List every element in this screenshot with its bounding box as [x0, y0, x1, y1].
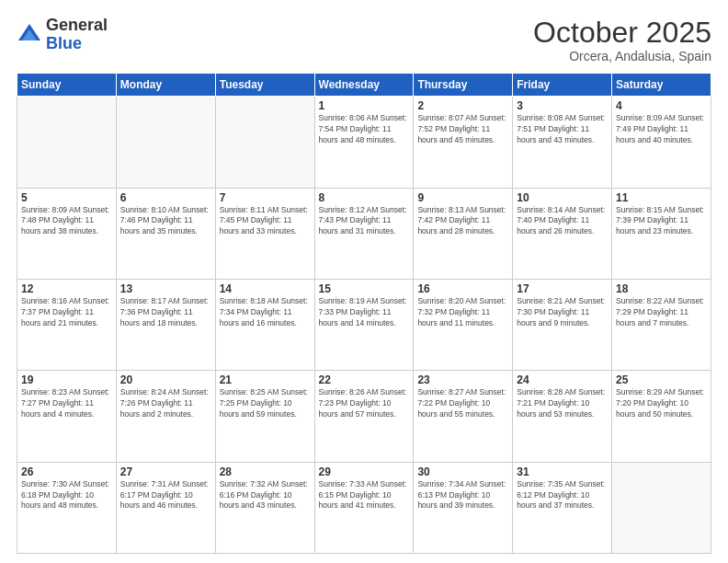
day-info: Sunrise: 8:09 AM Sunset: 7:48 PM Dayligh… — [21, 205, 112, 238]
weekday-header: Sunday — [17, 74, 117, 97]
calendar-cell: 21Sunrise: 8:25 AM Sunset: 7:25 PM Dayli… — [215, 371, 314, 462]
calendar-cell: 28Sunrise: 7:32 AM Sunset: 6:16 PM Dayli… — [215, 462, 314, 553]
calendar-cell — [116, 97, 215, 188]
day-info: Sunrise: 7:33 AM Sunset: 6:15 PM Dayligh… — [319, 479, 410, 512]
day-info: Sunrise: 8:08 AM Sunset: 7:51 PM Dayligh… — [517, 113, 608, 146]
logo-general: General — [46, 17, 108, 35]
day-number: 16 — [417, 282, 508, 295]
day-number: 29 — [319, 465, 410, 478]
day-number: 18 — [616, 282, 707, 295]
calendar-cell: 12Sunrise: 8:16 AM Sunset: 7:37 PM Dayli… — [17, 279, 117, 370]
calendar-cell: 22Sunrise: 8:26 AM Sunset: 7:23 PM Dayli… — [314, 371, 414, 462]
calendar-cell: 19Sunrise: 8:23 AM Sunset: 7:27 PM Dayli… — [17, 371, 117, 462]
calendar-cell: 4Sunrise: 8:09 AM Sunset: 7:49 PM Daylig… — [612, 97, 711, 188]
calendar-week-row: 19Sunrise: 8:23 AM Sunset: 7:27 PM Dayli… — [17, 371, 711, 462]
weekday-header-row: SundayMondayTuesdayWednesdayThursdayFrid… — [17, 74, 711, 97]
day-number: 5 — [21, 191, 112, 204]
calendar-cell: 14Sunrise: 8:18 AM Sunset: 7:34 PM Dayli… — [215, 279, 314, 370]
calendar-cell: 2Sunrise: 8:07 AM Sunset: 7:52 PM Daylig… — [414, 97, 513, 188]
day-info: Sunrise: 7:34 AM Sunset: 6:13 PM Dayligh… — [417, 479, 508, 512]
day-info: Sunrise: 8:21 AM Sunset: 7:30 PM Dayligh… — [517, 296, 608, 329]
day-number: 3 — [517, 99, 608, 112]
day-info: Sunrise: 8:15 AM Sunset: 7:39 PM Dayligh… — [616, 205, 707, 238]
calendar-week-row: 5Sunrise: 8:09 AM Sunset: 7:48 PM Daylig… — [17, 188, 711, 279]
weekday-header: Saturday — [612, 74, 711, 97]
day-info: Sunrise: 8:27 AM Sunset: 7:22 PM Dayligh… — [417, 387, 508, 420]
calendar-cell: 1Sunrise: 8:06 AM Sunset: 7:54 PM Daylig… — [314, 97, 414, 188]
day-number: 23 — [417, 373, 508, 386]
calendar-cell: 27Sunrise: 7:31 AM Sunset: 6:17 PM Dayli… — [116, 462, 215, 553]
day-number: 28 — [220, 465, 311, 478]
day-info: Sunrise: 8:23 AM Sunset: 7:27 PM Dayligh… — [21, 387, 112, 420]
day-number: 10 — [517, 191, 608, 204]
day-number: 12 — [21, 282, 112, 295]
day-number: 21 — [220, 373, 311, 386]
day-info: Sunrise: 7:32 AM Sunset: 6:16 PM Dayligh… — [220, 479, 311, 512]
calendar-table: SundayMondayTuesdayWednesdayThursdayFrid… — [17, 73, 711, 554]
day-number: 9 — [417, 191, 508, 204]
calendar-cell: 5Sunrise: 8:09 AM Sunset: 7:48 PM Daylig… — [17, 188, 117, 279]
title-block: October 2025 Orcera, Andalusia, Spain — [533, 17, 711, 63]
logo-icon — [17, 22, 42, 48]
calendar-cell: 31Sunrise: 7:35 AM Sunset: 6:12 PM Dayli… — [513, 462, 612, 553]
day-info: Sunrise: 7:35 AM Sunset: 6:12 PM Dayligh… — [517, 479, 608, 512]
day-info: Sunrise: 8:10 AM Sunset: 7:46 PM Dayligh… — [120, 205, 211, 238]
day-info: Sunrise: 8:11 AM Sunset: 7:45 PM Dayligh… — [220, 205, 311, 238]
calendar-cell: 26Sunrise: 7:30 AM Sunset: 6:18 PM Dayli… — [17, 462, 117, 553]
day-number: 31 — [517, 465, 608, 478]
calendar-cell — [17, 97, 117, 188]
day-number: 1 — [319, 99, 410, 112]
day-number: 26 — [21, 465, 112, 478]
day-info: Sunrise: 8:26 AM Sunset: 7:23 PM Dayligh… — [319, 387, 410, 420]
header: General Blue October 2025 Orcera, Andalu… — [17, 17, 711, 63]
day-number: 14 — [220, 282, 311, 295]
logo-text: General Blue — [46, 17, 108, 53]
day-info: Sunrise: 8:06 AM Sunset: 7:54 PM Dayligh… — [319, 113, 410, 146]
logo-blue: Blue — [46, 35, 108, 53]
day-info: Sunrise: 8:24 AM Sunset: 7:26 PM Dayligh… — [120, 387, 211, 420]
day-info: Sunrise: 8:20 AM Sunset: 7:32 PM Dayligh… — [417, 296, 508, 329]
day-info: Sunrise: 8:07 AM Sunset: 7:52 PM Dayligh… — [417, 113, 508, 146]
day-number: 6 — [120, 191, 211, 204]
logo: General Blue — [17, 17, 108, 53]
day-number: 19 — [21, 373, 112, 386]
weekday-header: Wednesday — [314, 74, 414, 97]
calendar-cell: 6Sunrise: 8:10 AM Sunset: 7:46 PM Daylig… — [116, 188, 215, 279]
day-number: 7 — [220, 191, 311, 204]
day-number: 4 — [616, 99, 707, 112]
calendar-cell: 11Sunrise: 8:15 AM Sunset: 7:39 PM Dayli… — [612, 188, 711, 279]
calendar-cell — [612, 462, 711, 553]
day-info: Sunrise: 8:13 AM Sunset: 7:42 PM Dayligh… — [417, 205, 508, 238]
day-number: 2 — [417, 99, 508, 112]
month-title: October 2025 — [533, 17, 711, 49]
day-info: Sunrise: 8:22 AM Sunset: 7:29 PM Dayligh… — [616, 296, 707, 329]
day-info: Sunrise: 8:12 AM Sunset: 7:43 PM Dayligh… — [319, 205, 410, 238]
calendar-cell: 16Sunrise: 8:20 AM Sunset: 7:32 PM Dayli… — [414, 279, 513, 370]
calendar-week-row: 12Sunrise: 8:16 AM Sunset: 7:37 PM Dayli… — [17, 279, 711, 370]
day-info: Sunrise: 8:17 AM Sunset: 7:36 PM Dayligh… — [120, 296, 211, 329]
day-number: 20 — [120, 373, 211, 386]
day-info: Sunrise: 8:28 AM Sunset: 7:21 PM Dayligh… — [517, 387, 608, 420]
page: General Blue October 2025 Orcera, Andalu… — [0, 0, 728, 563]
day-info: Sunrise: 8:18 AM Sunset: 7:34 PM Dayligh… — [220, 296, 311, 329]
calendar-cell: 18Sunrise: 8:22 AM Sunset: 7:29 PM Dayli… — [612, 279, 711, 370]
day-number: 24 — [517, 373, 608, 386]
day-number: 17 — [517, 282, 608, 295]
calendar-cell: 15Sunrise: 8:19 AM Sunset: 7:33 PM Dayli… — [314, 279, 414, 370]
day-number: 11 — [616, 191, 707, 204]
calendar-cell: 3Sunrise: 8:08 AM Sunset: 7:51 PM Daylig… — [513, 97, 612, 188]
location: Orcera, Andalusia, Spain — [533, 49, 711, 63]
day-info: Sunrise: 8:29 AM Sunset: 7:20 PM Dayligh… — [616, 387, 707, 420]
calendar-week-row: 26Sunrise: 7:30 AM Sunset: 6:18 PM Dayli… — [17, 462, 711, 553]
day-info: Sunrise: 8:19 AM Sunset: 7:33 PM Dayligh… — [319, 296, 410, 329]
day-number: 15 — [319, 282, 410, 295]
calendar-cell: 23Sunrise: 8:27 AM Sunset: 7:22 PM Dayli… — [414, 371, 513, 462]
calendar-cell: 17Sunrise: 8:21 AM Sunset: 7:30 PM Dayli… — [513, 279, 612, 370]
weekday-header: Monday — [116, 74, 215, 97]
calendar-cell: 29Sunrise: 7:33 AM Sunset: 6:15 PM Dayli… — [314, 462, 414, 553]
day-info: Sunrise: 8:09 AM Sunset: 7:49 PM Dayligh… — [616, 113, 707, 146]
calendar-cell: 20Sunrise: 8:24 AM Sunset: 7:26 PM Dayli… — [116, 371, 215, 462]
day-number: 30 — [417, 465, 508, 478]
calendar-cell: 9Sunrise: 8:13 AM Sunset: 7:42 PM Daylig… — [414, 188, 513, 279]
day-number: 8 — [319, 191, 410, 204]
